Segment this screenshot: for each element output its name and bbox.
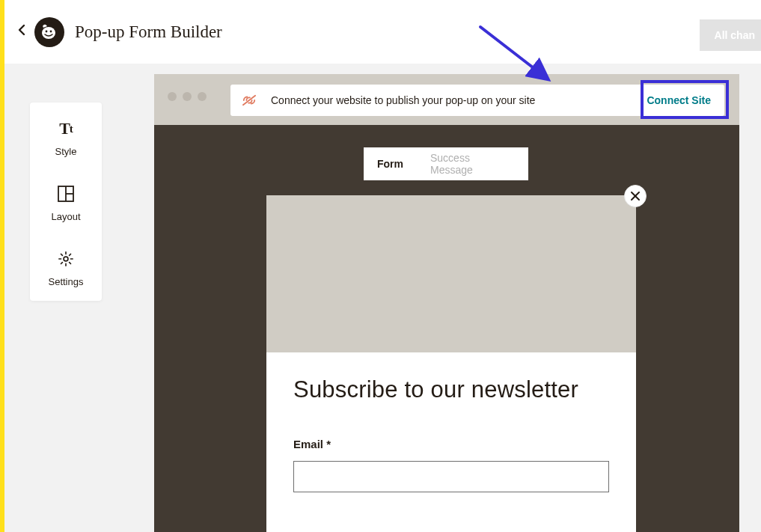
layout-icon [58, 184, 74, 204]
connect-site-link[interactable]: Connect Site [636, 88, 721, 112]
svg-point-3 [50, 30, 52, 32]
preview-frame: Connect your website to publish your pop… [154, 74, 739, 532]
connect-banner-message: Connect your website to publish your pop… [271, 94, 636, 106]
content-area: Tt Style Layout Settings Connect your we… [4, 64, 761, 532]
preview-tabs: Form Success Message [364, 147, 528, 180]
preview-dark-area: Form Success Message Subscribe to our ne… [154, 125, 739, 532]
gear-icon [58, 249, 74, 269]
tab-form[interactable]: Form [364, 147, 417, 180]
window-traffic-lights-icon [168, 92, 207, 101]
popup-heading: Subscribe to our newsletter [293, 376, 609, 403]
link-off-icon [241, 94, 257, 107]
sidebar-item-layout[interactable]: Layout [51, 184, 80, 222]
tab-success-message[interactable]: Success Message [417, 147, 528, 180]
back-chevron-icon[interactable] [18, 24, 25, 40]
email-field[interactable] [293, 461, 609, 492]
email-field-label: Email * [293, 438, 609, 450]
mailchimp-logo-icon [34, 17, 64, 47]
sidebar-item-label: Style [55, 146, 77, 157]
typography-icon: Tt [59, 119, 73, 138]
topbar: Pop-up Form Builder All chan [4, 0, 761, 64]
close-icon[interactable] [624, 185, 647, 207]
sidebar-item-label: Settings [49, 276, 84, 287]
svg-point-2 [46, 30, 48, 32]
popup-hero-image-placeholder [266, 195, 636, 352]
sidebar-item-style[interactable]: Tt Style [55, 119, 77, 157]
sidebar-item-settings[interactable]: Settings [49, 249, 84, 287]
all-changes-button[interactable]: All chan [700, 19, 761, 51]
svg-point-7 [64, 257, 68, 261]
svg-point-1 [42, 27, 55, 39]
popup-body: Subscribe to our newsletter Email * [266, 352, 636, 492]
page-title: Pop-up Form Builder [75, 22, 222, 42]
sidebar-item-label: Layout [51, 211, 80, 222]
side-panel: Tt Style Layout Settings [30, 103, 102, 301]
popup-preview: Subscribe to our newsletter Email * [266, 195, 636, 532]
connect-banner: Connect your website to publish your pop… [230, 85, 724, 116]
